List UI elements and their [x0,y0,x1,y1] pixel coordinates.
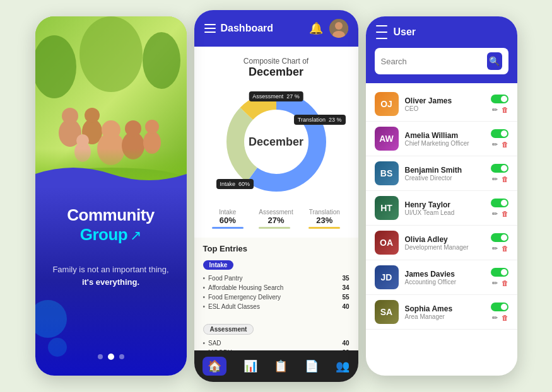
delete-icon-henry[interactable]: 🗑 [502,210,508,218]
phone1-bottom-section: Community Group↗ Family is not an import… [35,187,187,376]
phone2-dashboard: Dashboard 🔔 Composite Chart of December [194,10,358,382]
chart-title: December [204,66,348,79]
user-role-olivia: Development Manager [405,244,484,251]
svg-point-2 [143,32,180,89]
svg-point-3 [79,16,143,92]
edit-icon-amelia[interactable]: ✏ [492,141,498,149]
group-word2: Group [80,225,128,244]
stat-translation-bar [308,227,340,229]
user-avatar-header[interactable] [329,19,348,38]
donut-chart: December Assessment 27 % Translation 23 … [220,85,333,199]
avatar-oliver: OJ [375,92,399,116]
edit-icon-sophia[interactable]: ✏ [492,314,498,322]
header-left: Dashboard [204,23,274,34]
stat-intake-bar [212,227,244,229]
nav-users[interactable]: 👥 [336,359,349,373]
edit-icon-olivia[interactable]: ✏ [492,245,498,253]
phone1-image-area [35,16,187,187]
svg-point-5 [62,108,78,124]
user-role-sophia: Area Manager [405,313,484,320]
user-item-sophia: SA Sophia Ames Area Manager ✏ 🗑 [366,295,517,330]
edit-icon-henry[interactable]: ✏ [492,210,498,218]
header-right: 🔔 [309,19,348,38]
action-icons-henry: ✏ 🗑 [492,210,508,218]
delete-icon-amelia[interactable]: 🗑 [502,141,508,149]
toggle-james[interactable] [491,268,508,277]
dot-3[interactable] [119,354,124,359]
action-icons-amelia: ✏ 🗑 [492,141,508,149]
svg-point-18 [335,22,343,30]
user-info-oliver: Oliver James CEO [405,96,484,112]
user-name-oliver: Oliver James [405,96,484,105]
community-word: Community [67,205,155,224]
stat-intake-label: Intake [212,209,244,216]
avatar-james: JD [375,265,399,289]
toggle-sophia[interactable] [491,303,508,311]
action-icons-james: ✏ 🗑 [492,279,508,287]
delete-icon-benjamin[interactable]: 🗑 [502,175,508,183]
edit-icon-benjamin[interactable]: ✏ [492,175,498,183]
bottom-nav: 🏠 📊 📋 📄 👥 [194,350,358,382]
edit-icon-james[interactable]: ✏ [492,279,498,287]
delete-icon-sophia[interactable]: 🗑 [502,314,508,322]
svg-point-13 [145,120,159,134]
phone3-user: User 🔍 OJ Oliver James CEO ✏ 🗑 [366,16,517,376]
user-item-benjamin: BS Benjamin Smith Creative Director ✏ 🗑 [366,156,517,191]
action-icons-sophia: ✏ 🗑 [492,314,508,322]
assessment-badge: Assessment [203,324,254,335]
hamburger-icon[interactable] [204,24,216,33]
svg-point-7 [85,108,100,123]
action-icons-benjamin: ✏ 🗑 [492,175,508,183]
toggle-benjamin[interactable] [491,164,508,173]
search-bar: 🔍 [366,48,517,83]
stat-intake-value: 60% [212,216,244,225]
chart-subtitle: Composite Chart of [204,57,348,66]
user-info-olivia: Olivia Adley Development Manager [405,235,484,251]
user-name-james: James Davies [405,270,484,279]
toggle-oliver[interactable] [491,95,508,103]
user-info-james: James Davies Accounting Officer [405,270,484,285]
toggle-olivia[interactable] [491,233,508,242]
dot-1[interactable] [98,354,103,359]
search-button[interactable]: 🔍 [487,52,502,70]
phone1-community: Community Group↗ Family is not an import… [35,16,187,376]
svg-point-9 [102,120,120,139]
chart-section: Composite Chart of December December Ass… [194,47,358,204]
edit-icon-oliver[interactable]: ✏ [492,106,498,114]
nav-home[interactable]: 🏠 [203,357,226,376]
action-icons-oliver: ✏ 🗑 [492,106,508,114]
community-logo: Community Group↗ [67,205,155,245]
delete-icon-olivia[interactable]: 🗑 [502,245,508,253]
entry-housing: Affordable Housing Search 34 [203,283,349,292]
user-name-olivia: Olivia Adley [405,235,484,244]
delete-icon-oliver[interactable]: 🗑 [502,106,508,114]
hamburger-icon-user[interactable] [376,25,387,39]
nav-chart[interactable]: 📊 [244,359,257,373]
user-item-amelia: AW Amelia William Chief Marketing Office… [366,122,517,156]
delete-icon-james[interactable]: 🗑 [502,279,508,287]
nav-list[interactable]: 📋 [274,359,288,373]
toggle-henry[interactable] [491,199,508,207]
stat-assessment: Assessment 27% [259,209,293,229]
bell-icon[interactable]: 🔔 [309,21,323,35]
user-header: User [366,16,517,48]
entry-esl: ESL Adult Classes 40 [203,302,349,311]
toggle-amelia[interactable] [491,129,508,138]
user-name-sophia: Sophia Ames [405,304,484,313]
action-icons-olivia: ✏ 🗑 [492,245,508,253]
assessment-tooltip: Assessment 27 % [249,91,303,101]
nav-doc[interactable]: 📄 [305,359,319,373]
user-item-oliver: OJ Oliver James CEO ✏ 🗑 [366,87,517,122]
svg-point-12 [143,131,161,154]
dot-2[interactable] [108,354,114,360]
top-entries-title: Top Entries [203,244,349,253]
user-info-amelia: Amelia William Chief Marketing Officer [405,131,484,147]
user-role-james: Accounting Officer [405,279,484,285]
intake-tooltip: Intake 60% [216,179,254,189]
top-entries-section: Top Entries Intake Food Pantry 35 Afford… [194,238,358,350]
stat-assessment-label: Assessment [259,209,293,216]
avatar-sophia: SA [375,300,399,324]
stat-assessment-value: 27% [259,216,293,225]
dashboard-content: Composite Chart of December December Ass… [194,47,358,350]
search-input[interactable] [381,57,487,66]
